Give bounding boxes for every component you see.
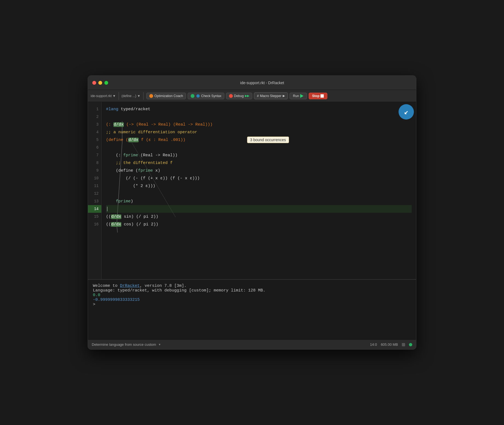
language-selector[interactable]: Determine language from source custom [92, 342, 156, 347]
check-syntax-button[interactable]: Check Syntax [188, 93, 224, 99]
check-mark-icon [196, 94, 200, 98]
editor-area: 1 2 3 4 5 6 7 8 9 10 11 12 13 14 15 16 ↙ [88, 102, 416, 279]
file-dropdown-icon: ▼ [113, 94, 116, 98]
identifier-d-dx-l16: d/dx [111, 222, 121, 227]
close-button[interactable] [92, 81, 96, 85]
repl-prompt-symbol: > [93, 302, 95, 307]
line-num-16: 16 [88, 220, 101, 228]
run-label: Run [293, 94, 299, 98]
code-line-6[interactable] [106, 144, 412, 151]
repl-welcome-text: Welcome to [93, 284, 120, 288]
line-num-12: 12 [88, 190, 101, 197]
toolbar: ide-support.rkt ▼ (define ...) ▼ Optimiz… [88, 90, 416, 102]
repl-language-text: Language: typed/racket, with debugging [… [93, 288, 265, 293]
macro-hash-icon: # [257, 94, 259, 98]
code-area[interactable]: ↙ #lang typed/racket (: d/dx (-> [102, 102, 416, 279]
lang-keyword: #lang [106, 107, 121, 112]
repl-welcome-line: Welcome to DrRacket, version 7.8 [3m]. [93, 284, 411, 288]
macro-stepper-button[interactable]: # Macro Stepper ▶ [254, 92, 288, 99]
line-num-9: 9 [88, 167, 101, 174]
code-line-1[interactable]: #lang typed/racket [106, 105, 412, 113]
code-line-12[interactable] [106, 190, 412, 197]
code-line-10[interactable]: (/ (- (f (+ x ε)) (f (- x ε))) [106, 174, 412, 182]
tooltip-bound-occurrences: 3 bound occurrences [247, 137, 289, 143]
file-label: ide-support.rkt [91, 94, 112, 98]
code-line-14[interactable]: │ [106, 205, 412, 213]
gc-indicator [402, 343, 405, 346]
repl-welcome-rest: , version 7.8 [3m]. [140, 284, 187, 288]
line-num-7: 7 [88, 151, 101, 159]
line-num-10: 10 [88, 174, 101, 182]
memory-usage: 605.00 MB [381, 342, 398, 347]
file-menu-button[interactable]: ide-support.rkt ▼ [91, 94, 116, 98]
check-syntax-icon [191, 94, 194, 98]
line-num-5: 5 [88, 136, 101, 144]
debug-button[interactable]: Debug ▶▶ [226, 93, 252, 99]
define-menu-button[interactable]: (define ...) ▼ [122, 94, 141, 98]
opt-coach-label: Optimization Coach [154, 94, 183, 98]
line-num-13: 13 [88, 197, 101, 205]
macro-label: Macro Stepper [260, 94, 282, 98]
identifier-d-dx-l15: d/dx [111, 214, 121, 219]
repl-value-2: -0.9999999833333215 [93, 298, 140, 302]
stop-label: Stop [312, 94, 320, 98]
maximize-button[interactable] [104, 81, 108, 85]
drracket-window: ide-support.rkt - DrRacket ide-support.r… [88, 75, 416, 350]
line-numbers: 1 2 3 4 5 6 7 8 9 10 11 12 13 14 15 16 [88, 102, 102, 279]
line-num-11: 11 [88, 182, 101, 190]
code-line-13[interactable]: fprime) [106, 197, 412, 205]
line-num-4: 4 [88, 128, 101, 136]
minimize-button[interactable] [98, 81, 102, 85]
opt-coach-icon [149, 94, 153, 98]
code-line-4[interactable]: ;; a numeric differentiation operator [106, 128, 412, 136]
drracket-link[interactable]: DrRacket [120, 284, 140, 288]
language-dropdown-icon[interactable]: ▼ [158, 343, 161, 346]
repl-value-1: 0.0 [93, 293, 100, 298]
debug-label: Debug [234, 94, 244, 98]
code-line-5[interactable]: (define (d/dx f (ε : Real .001)) 3 bound… [106, 136, 412, 144]
define-dropdown-icon: ▼ [137, 94, 141, 98]
repl-language-line: Language: typed/racket, with debugging [… [93, 288, 411, 293]
code-line-9[interactable]: (define (fprime x) [106, 167, 412, 174]
define-label: (define ...) [122, 94, 136, 98]
cursor-position: 14:0 [370, 342, 377, 347]
line-num-2: 2 [88, 113, 101, 121]
macro-play-icon: ▶ [283, 94, 285, 98]
code-line-7[interactable]: (: fprime (Real -> Real)) [106, 151, 412, 159]
identifier-d-dx-l5: d/dx [128, 138, 139, 142]
code-line-3[interactable]: (: d/dx (-> (Real -> Real) (Real -> Real… [106, 121, 412, 128]
repl-panel[interactable]: Welcome to DrRacket, version 7.8 [3m]. L… [88, 279, 416, 339]
line-num-6: 6 [88, 144, 101, 151]
separator2 [143, 92, 144, 100]
code-line-2[interactable] [106, 113, 412, 121]
status-bar: Determine language from source custom ▼ … [88, 339, 416, 349]
stop-icon [320, 94, 324, 98]
debug-icon [229, 94, 233, 98]
code-line-15[interactable]: ((d/dx sin) (/ pi 2)) [106, 213, 412, 220]
repl-value1-line: 0.0 [93, 293, 411, 298]
code-line-16[interactable]: ((d/dx cos) (/ pi 2)) [106, 220, 412, 228]
title-bar: ide-support.rkt - DrRacket [88, 76, 416, 90]
run-button[interactable]: Run [290, 93, 307, 99]
identifier-d-dx-l3: d/dx [113, 122, 124, 127]
window-title: ide-support.rkt - DrRacket [113, 81, 412, 85]
debug-play-icon: ▶▶ [245, 94, 249, 98]
check-syntax-label: Check Syntax [201, 94, 221, 98]
line-num-15: 15 [88, 213, 101, 220]
repl-prompt-line[interactable]: > [93, 302, 411, 307]
status-right: 14:0 605.00 MB [370, 342, 412, 347]
code-line-11[interactable]: (* 2 ε))) [106, 182, 412, 190]
separator1 [119, 92, 119, 100]
corner-arrow-icon: ↙ [399, 104, 414, 120]
line-num-14: 14 [88, 205, 101, 213]
run-play-icon [300, 94, 303, 98]
traffic-lights [92, 81, 108, 85]
line-num-1: 1 [88, 105, 101, 113]
optimization-coach-button[interactable]: Optimization Coach [146, 93, 186, 99]
line-num-3: 3 [88, 121, 101, 128]
repl-value2-line: -0.9999999833333215 [93, 298, 411, 302]
code-line-8[interactable]: ;; the differentiated f [106, 159, 412, 167]
stop-button[interactable]: Stop [309, 93, 328, 99]
line-num-8: 8 [88, 159, 101, 167]
status-green-indicator [409, 343, 412, 346]
